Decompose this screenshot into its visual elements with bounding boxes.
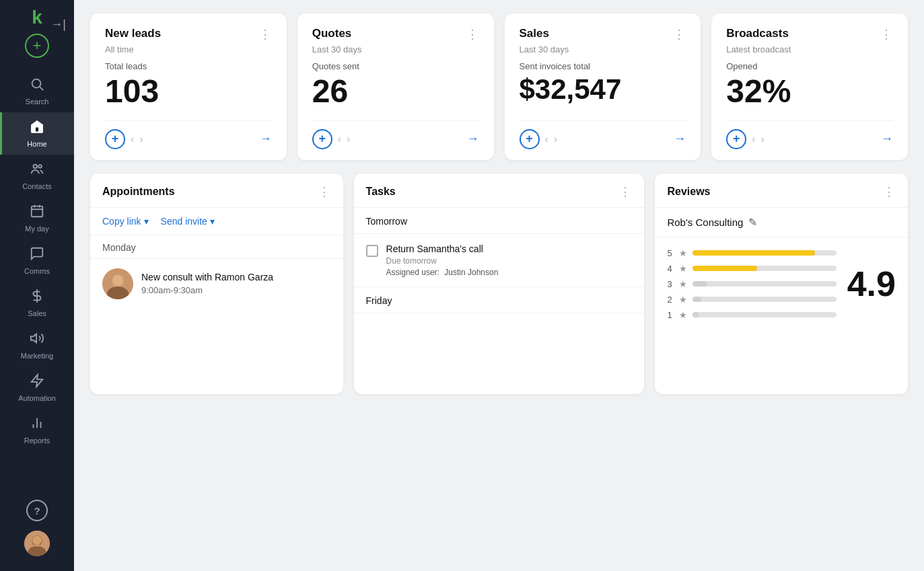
new-leads-value: 103: [105, 74, 272, 110]
reviews-edit-icon[interactable]: ✎: [748, 216, 757, 229]
quotes-card: Quotes ⋮ Last 30 days Quotes sent 26 + ‹…: [297, 13, 494, 160]
reviews-bars: 5 ★ 4 ★ 3 ★ 2 ★ 1 ★: [667, 248, 836, 320]
broadcasts-prev[interactable]: ‹: [752, 133, 755, 145]
svg-point-3: [34, 165, 38, 169]
tasks-menu[interactable]: ⋮: [619, 184, 632, 199]
sales-subtitle: Last 30 days: [520, 44, 686, 54]
broadcasts-title: Broadcasts: [726, 27, 789, 40]
sidebar-item-label: Home: [27, 140, 46, 148]
quotes-title: Quotes: [312, 27, 352, 40]
send-invite-label: Send invite: [161, 216, 207, 227]
sidebar-item-contacts[interactable]: Contacts: [0, 155, 74, 197]
sales-menu[interactable]: ⋮: [673, 27, 686, 42]
broadcasts-add-btn[interactable]: +: [726, 129, 746, 149]
reviews-widget: Reviews ⋮ Rob's Consulting ✎ 5 ★ 4 ★: [655, 174, 908, 394]
sales-add-btn[interactable]: +: [520, 129, 540, 149]
review-bar-fill: [692, 281, 707, 287]
svg-rect-5: [32, 206, 43, 217]
task-due: Due tomorrow: [386, 256, 499, 266]
quotes-label: Quotes sent: [312, 61, 479, 71]
sidebar-collapse-icon[interactable]: →|: [50, 17, 66, 32]
sales-arrow[interactable]: →: [674, 132, 686, 146]
sidebar-item-label: Marketing: [21, 352, 53, 360]
new-leads-prev[interactable]: ‹: [131, 133, 134, 145]
copy-link-label: Copy link: [102, 216, 141, 227]
appointments-widget: Appointments ⋮ Copy link ▾ Send invite ▾…: [90, 174, 343, 394]
quotes-prev[interactable]: ‹: [338, 133, 341, 145]
broadcasts-label: Opened: [726, 61, 893, 71]
new-leads-card: New leads ⋮ All time Total leads 103 + ‹…: [90, 13, 287, 160]
broadcasts-subtitle: Latest broadcast: [726, 44, 893, 54]
sidebar-item-search[interactable]: Search: [0, 70, 74, 112]
sidebar-item-home[interactable]: Home: [0, 112, 74, 155]
reviews-title: Reviews: [667, 186, 710, 198]
quotes-add-btn[interactable]: +: [312, 129, 332, 149]
tasks-tomorrow-label: Tomorrow: [354, 208, 645, 234]
review-bar-fill: [692, 297, 701, 302]
sidebar-item-marketing[interactable]: Marketing: [0, 324, 74, 367]
sidebar-item-help[interactable]: ?: [26, 500, 48, 521]
appointment-day: Monday: [90, 235, 343, 259]
review-bar-bg: [692, 281, 836, 287]
new-leads-add-btn[interactable]: +: [105, 129, 125, 149]
review-num: 5: [667, 248, 674, 258]
quotes-arrow[interactable]: →: [467, 132, 479, 146]
sidebar-item-label: My day: [25, 225, 48, 233]
user-avatar[interactable]: [24, 531, 50, 556]
svg-marker-11: [32, 375, 43, 387]
sidebar-item-sales[interactable]: Sales: [0, 282, 74, 324]
task-item: Return Samantha's call Due tomorrow Assi…: [354, 234, 645, 287]
sidebar-logo: k: [32, 7, 42, 28]
svg-line-1: [40, 87, 43, 90]
sidebar-item-label: Sales: [28, 309, 46, 317]
add-new-button[interactable]: +: [25, 34, 49, 58]
review-bar-bg: [692, 312, 836, 317]
sales-icon: [30, 289, 44, 307]
review-bar-2: 2 ★: [667, 295, 836, 305]
tasks-friday-empty: [354, 313, 645, 394]
svg-marker-10: [31, 334, 36, 343]
sales-next[interactable]: ›: [554, 133, 557, 145]
reviews-menu[interactable]: ⋮: [883, 184, 896, 199]
broadcasts-card: Broadcasts ⋮ Latest broadcast Opened 32%…: [711, 13, 908, 160]
review-bar-3: 3 ★: [667, 279, 836, 289]
sidebar-item-comms[interactable]: Comms: [0, 239, 74, 282]
broadcasts-arrow[interactable]: →: [881, 132, 893, 146]
bottom-row: Appointments ⋮ Copy link ▾ Send invite ▾…: [90, 174, 908, 394]
sidebar-item-label: Search: [26, 98, 49, 106]
broadcasts-menu[interactable]: ⋮: [880, 27, 893, 42]
appointment-name: New consult with Ramon Garza: [141, 272, 273, 282]
quotes-value: 26: [312, 74, 479, 110]
appointments-menu[interactable]: ⋮: [318, 184, 331, 199]
review-bar-1: 1 ★: [667, 310, 836, 320]
reviews-score: 4.9: [847, 248, 896, 320]
new-leads-arrow[interactable]: →: [260, 132, 272, 146]
copy-link-button[interactable]: Copy link ▾: [102, 216, 149, 227]
review-num: 1: [667, 310, 674, 320]
sidebar-item-label: Automation: [18, 394, 56, 402]
svg-point-4: [38, 165, 42, 168]
svg-rect-2: [35, 127, 39, 132]
task-checkbox[interactable]: [366, 245, 378, 257]
sidebar: →| k + Search Home Contacts My day Comms: [0, 0, 74, 571]
review-bar-5: 5 ★: [667, 248, 836, 258]
review-num: 4: [667, 264, 674, 274]
send-invite-button[interactable]: Send invite ▾: [161, 216, 215, 227]
main-content: New leads ⋮ All time Total leads 103 + ‹…: [74, 0, 924, 571]
svg-point-0: [32, 79, 41, 88]
review-bar-bg: [692, 250, 836, 256]
quotes-menu[interactable]: ⋮: [466, 27, 479, 42]
sidebar-item-automation[interactable]: Automation: [0, 367, 74, 409]
quotes-next[interactable]: ›: [347, 133, 350, 145]
new-leads-menu[interactable]: ⋮: [259, 27, 272, 42]
sidebar-item-myday[interactable]: My day: [0, 197, 74, 239]
broadcasts-next[interactable]: ›: [761, 133, 765, 145]
task-assigned: Assigned user: Justin Johnson: [386, 268, 499, 277]
appointment-avatar: [102, 268, 133, 299]
sidebar-item-reports[interactable]: Reports: [0, 409, 74, 451]
new-leads-next[interactable]: ›: [139, 133, 143, 145]
svg-point-18: [32, 536, 41, 545]
tasks-friday-label: Friday: [354, 287, 645, 313]
sales-prev[interactable]: ‹: [545, 133, 548, 145]
broadcasts-value: 32%: [726, 74, 893, 110]
